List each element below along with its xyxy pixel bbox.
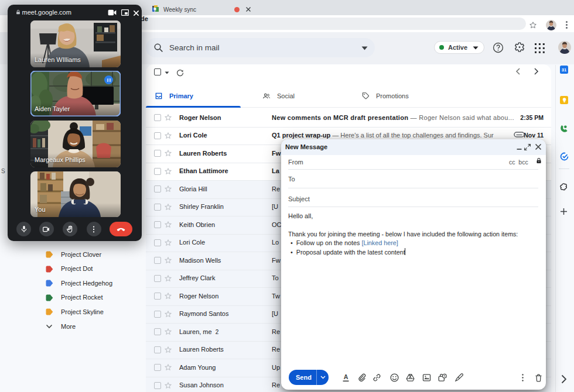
svg-text:A: A [343, 373, 348, 380]
